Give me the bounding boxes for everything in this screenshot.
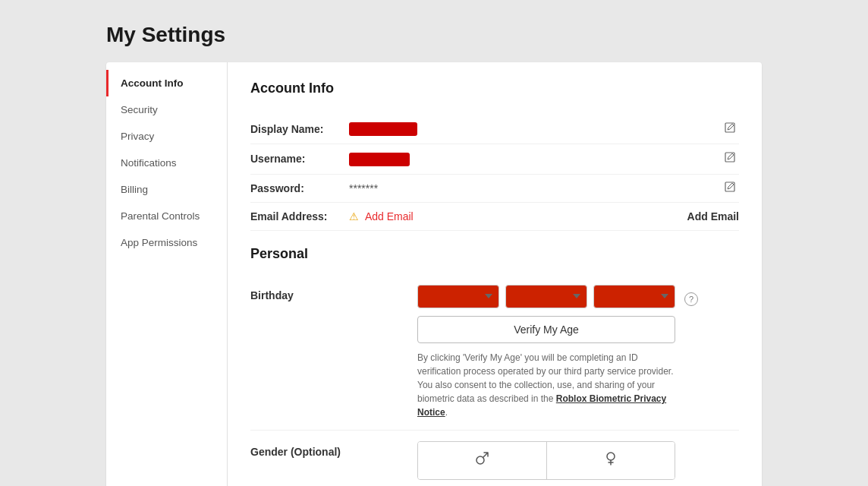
birthday-row: Birthday JanuaryFebruaryMarch AprilMayJu… [250,274,739,431]
edit-display-name-button[interactable] [721,118,739,140]
gender-controls [417,441,675,480]
warning-icon: ⚠ [349,210,359,222]
verify-age-button[interactable]: Verify My Age [417,316,675,343]
personal-section-title: Personal [250,246,739,262]
svg-point-4 [607,453,615,460]
username-redacted [349,153,410,166]
display-name-value [349,122,739,136]
birthday-month-select[interactable]: JanuaryFebruaryMarch AprilMayJune JulyAu… [417,285,499,308]
main-content: Account Info Security Privacy Notificati… [106,62,762,486]
gender-female-button[interactable] [547,442,675,479]
email-value: ⚠ Add Email [349,210,739,222]
email-row: Email Address: ⚠ Add Email Add Email [250,203,739,231]
display-name-label: Display Name: [250,123,349,135]
birthday-year-select[interactable] [593,285,675,308]
sidebar: Account Info Security Privacy Notificati… [106,62,228,486]
content-area: Account Info Display Name: Username: [228,62,762,486]
password-row: Password: ******* [250,175,739,203]
gender-label: Gender (Optional) [250,441,417,458]
account-info-title: Account Info [250,80,739,101]
verify-description: By clicking 'Verify My Age' you will be … [417,351,675,419]
edit-password-button[interactable] [721,178,739,199]
page-title: My Settings [106,23,762,47]
sidebar-item-account-info[interactable]: Account Info [106,70,227,96]
birthday-label: Birthday [250,285,417,301]
birthday-controls: JanuaryFebruaryMarch AprilMayJune JulyAu… [417,285,675,419]
gender-buttons [417,441,675,480]
password-value: ******* [349,182,739,194]
display-name-row: Display Name: [250,115,739,144]
add-email-link[interactable]: Add Email [365,210,414,222]
gender-male-button[interactable] [418,442,547,479]
help-icon[interactable]: ? [684,292,698,306]
birthday-help: ? [675,285,698,306]
sidebar-item-security[interactable]: Security [106,96,227,123]
display-name-redacted [349,122,417,136]
birthday-day-select[interactable] [505,285,587,308]
edit-username-button[interactable] [721,148,739,169]
add-email-action[interactable]: Add Email [687,210,739,222]
sidebar-item-parental-controls[interactable]: Parental Controls [106,203,227,229]
birthday-selects: JanuaryFebruaryMarch AprilMayJune JulyAu… [417,285,675,308]
username-value [349,152,739,166]
gender-row: Gender (Optional) [250,431,739,486]
username-label: Username: [250,153,349,165]
username-row: Username: [250,144,739,174]
sidebar-item-notifications[interactable]: Notifications [106,150,227,176]
password-label: Password: [250,182,349,194]
sidebar-item-billing[interactable]: Billing [106,176,227,203]
email-label: Email Address: [250,210,349,222]
sidebar-item-app-permissions[interactable]: App Permissions [106,229,227,256]
sidebar-item-privacy[interactable]: Privacy [106,123,227,150]
